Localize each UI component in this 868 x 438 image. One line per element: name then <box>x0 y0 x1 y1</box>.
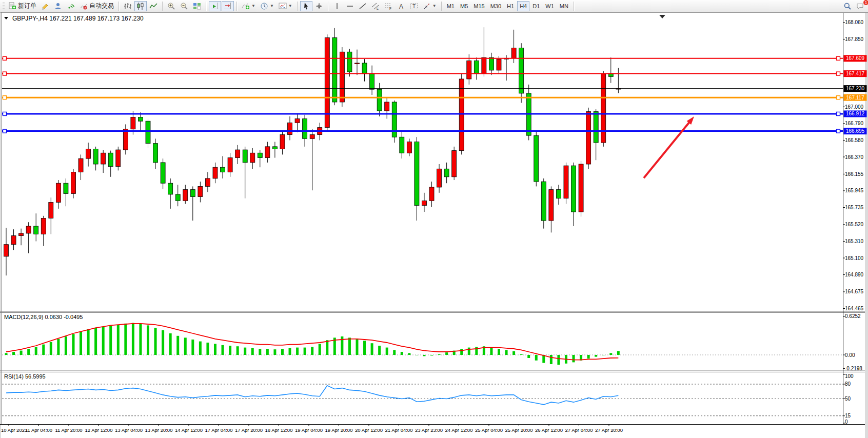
macd-bar <box>423 355 425 356</box>
svg-text:20 Apr 12:00: 20 Apr 12:00 <box>355 427 383 433</box>
chart-shift-button[interactable] <box>222 1 234 11</box>
zoom-out-button[interactable] <box>178 1 190 11</box>
fibonacci-button[interactable]: F <box>382 1 394 11</box>
candle-body <box>459 79 464 151</box>
toolbar-separator <box>297 2 298 11</box>
price-tag-167.609: 167.609 <box>844 55 867 62</box>
signal-icon <box>67 2 75 10</box>
macd-bar <box>401 352 403 355</box>
cursor-button[interactable] <box>300 1 312 11</box>
candle-body <box>579 164 583 212</box>
line-handle[interactable] <box>837 56 840 60</box>
auto-trading-button[interactable]: 自动交易 <box>77 1 116 11</box>
line-handle[interactable] <box>3 96 7 99</box>
svg-text:24 Apr 12:00: 24 Apr 12:00 <box>445 427 473 433</box>
timeframe-button-M1[interactable]: M1 <box>444 1 457 11</box>
macd-bar <box>386 348 388 355</box>
main-toolbar: 新订单 自动交易 ▼ ▼ <box>0 0 868 12</box>
shapes-button[interactable]: ▼ <box>421 1 439 11</box>
bar-chart-button[interactable] <box>122 1 134 11</box>
timeframe-button-H1[interactable]: H1 <box>504 1 517 11</box>
templates-button[interactable]: ▼ <box>277 1 294 11</box>
chart-window[interactable]: GBPJPY-,H4 167.221 167.489 167.173 167.2… <box>0 12 868 438</box>
equidistant-channel-button[interactable]: E <box>369 1 382 11</box>
horizontal-line-button[interactable] <box>344 1 356 11</box>
svg-text:167.417: 167.417 <box>846 71 865 76</box>
timeframe-button-D1[interactable]: D1 <box>530 1 542 11</box>
macd-bar <box>595 355 597 357</box>
auto-scroll-button[interactable] <box>209 1 221 11</box>
macd-bar <box>42 345 45 355</box>
macd-bar <box>124 324 127 355</box>
timeframe-button-M30[interactable]: M30 <box>488 1 504 11</box>
tile-windows-button[interactable] <box>191 1 203 11</box>
macd-bar <box>587 355 590 359</box>
crayon-button[interactable] <box>39 1 51 11</box>
text-label-icon: T <box>410 2 418 10</box>
signal-button[interactable] <box>65 1 77 11</box>
candle-body <box>295 119 300 123</box>
macd-bar <box>35 347 37 355</box>
svg-text:21 Apr 04:00: 21 Apr 04:00 <box>385 427 413 433</box>
svg-text:27 Apr 20:00: 27 Apr 20:00 <box>595 427 623 433</box>
trendline-button[interactable] <box>357 1 369 11</box>
svg-text:166.790: 166.790 <box>845 121 864 126</box>
profile-button[interactable] <box>52 1 64 11</box>
candle-body <box>422 201 426 205</box>
macd-bar <box>430 355 433 355</box>
svg-text:E: E <box>377 7 379 10</box>
indicators-button[interactable]: ▼ <box>240 1 258 11</box>
line-handle[interactable] <box>837 112 840 115</box>
candlestick-chart-button[interactable] <box>134 1 147 11</box>
price-tag-166.912: 166.912 <box>844 110 867 117</box>
vertical-line-button[interactable] <box>331 1 343 11</box>
new-order-button[interactable]: 新订单 <box>6 1 38 11</box>
candle-body <box>303 119 307 139</box>
line-handle[interactable] <box>837 72 840 75</box>
zoom-in-button[interactable] <box>165 1 177 11</box>
candle-body <box>93 149 98 164</box>
macd-bar <box>393 350 396 355</box>
macd-bar <box>184 337 187 355</box>
price-tag-167.117: 167.117 <box>844 94 867 101</box>
periods-button[interactable]: ▼ <box>258 1 276 11</box>
arrows-shapes-icon <box>423 2 431 10</box>
macd-bar <box>289 348 291 355</box>
candle-body <box>161 163 165 183</box>
svg-text:167.850: 167.850 <box>845 36 864 42</box>
line-handle[interactable] <box>3 56 7 60</box>
crosshair-button[interactable] <box>313 1 325 11</box>
candle-body <box>71 172 75 194</box>
text-button[interactable]: A <box>395 1 407 11</box>
crayon-icon <box>41 2 49 10</box>
timeframe-button-H4[interactable]: H4 <box>517 1 529 11</box>
line-handle[interactable] <box>3 112 7 115</box>
candle-body <box>452 151 457 177</box>
timeframe-group: M1M5M15M30H1H4D1W1MN <box>444 1 571 11</box>
timeframe-button-MN[interactable]: MN <box>557 1 571 11</box>
svg-text:164.890: 164.890 <box>845 272 864 277</box>
macd-bar <box>416 355 418 355</box>
candle-body <box>258 153 262 157</box>
macd-bar <box>65 336 67 355</box>
macd-bar <box>109 326 112 355</box>
line-handle[interactable] <box>3 129 7 133</box>
timeframe-button-M15[interactable]: M15 <box>471 1 487 11</box>
candle-body <box>571 166 576 212</box>
line-chart-button[interactable] <box>147 1 160 11</box>
timeframe-button-W1[interactable]: W1 <box>543 1 557 11</box>
svg-text:19 Apr 20:00: 19 Apr 20:00 <box>325 427 353 433</box>
notifications-button[interactable]: 1 <box>854 1 866 11</box>
svg-text:13 Apr 04:00: 13 Apr 04:00 <box>115 427 143 433</box>
macd-bar <box>162 330 164 355</box>
candle-body <box>205 178 210 187</box>
svg-text:166.912: 166.912 <box>846 111 865 116</box>
candle-body <box>511 48 516 58</box>
timeframe-button-M5[interactable]: M5 <box>458 1 470 11</box>
line-handle[interactable] <box>3 72 7 75</box>
search-button[interactable] <box>841 1 854 11</box>
svg-text:167.609: 167.609 <box>846 55 865 61</box>
line-handle[interactable] <box>837 129 840 133</box>
text-label-button[interactable]: T <box>408 1 420 11</box>
line-handle[interactable] <box>837 96 840 99</box>
